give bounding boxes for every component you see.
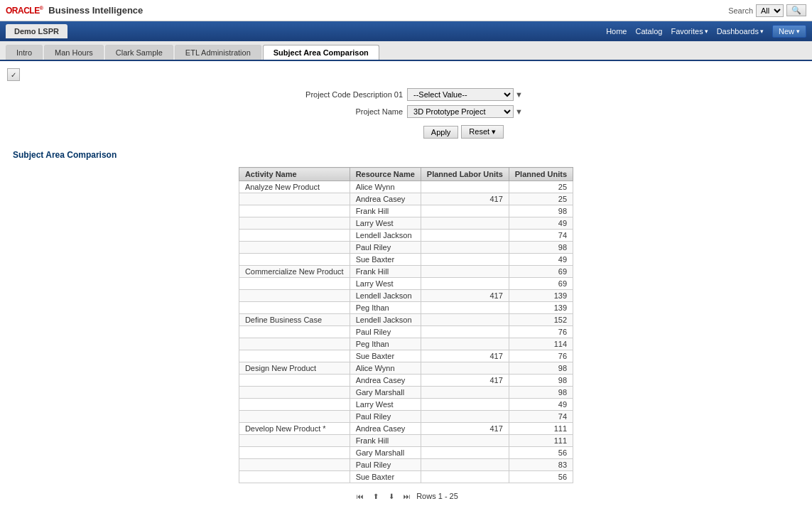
cell-activity <box>239 447 350 459</box>
nav-dashboards[interactable]: Dashboards <box>717 27 764 36</box>
cell-activity: Commercialize New Product <box>239 266 350 278</box>
tab-clark-sample[interactable]: Clark Sample <box>105 45 173 60</box>
cell-planned-units: 74 <box>509 411 573 423</box>
nav-favorites[interactable]: Favorites <box>671 27 708 36</box>
reset-button[interactable]: Reset ▾ <box>461 125 504 139</box>
cell-activity: Analyze New Product <box>239 181 350 193</box>
search-button[interactable]: 🔍 <box>786 4 806 16</box>
section-title: Subject Area Comparison <box>13 150 805 160</box>
cell-resource: Sue Baxter <box>350 350 421 362</box>
cell-resource: Larry West <box>350 278 421 290</box>
page-info: Rows 1 - 25 <box>416 492 458 500</box>
cell-planned-units: 139 <box>509 290 573 302</box>
cell-planned-labor <box>421 435 509 447</box>
cell-planned-labor: 417 <box>421 350 509 362</box>
table-container: Activity Name Resource Name Planned Labo… <box>7 167 805 483</box>
cell-planned-labor <box>421 326 509 338</box>
cell-planned-labor: 417 <box>421 290 509 302</box>
tab-bar: Intro Man Hours Clark Sample ETL Adminis… <box>0 41 812 61</box>
cell-resource: Paul Riley <box>350 326 421 338</box>
cell-planned-labor <box>421 302 509 314</box>
cell-resource: Sue Baxter <box>350 471 421 483</box>
cell-resource: Gary Marshall <box>350 447 421 459</box>
cell-planned-units: 25 <box>509 181 573 193</box>
page-last-btn[interactable]: ⏭ <box>401 490 413 502</box>
nav-catalog[interactable]: Catalog <box>635 27 662 36</box>
nav-home[interactable]: Home <box>606 27 627 36</box>
cell-planned-units: 98 <box>509 362 573 375</box>
cell-activity <box>239 326 350 338</box>
cell-resource: Frank Hill <box>350 435 421 447</box>
cell-planned-labor <box>421 338 509 350</box>
project-code-row: Project Code Description 01 --Select Val… <box>289 88 523 101</box>
cell-planned-units: 69 <box>509 278 573 290</box>
cell-planned-labor <box>421 411 509 423</box>
cell-planned-labor <box>421 314 509 326</box>
table-row: Develop New Product *Andrea Casey417111 <box>239 423 573 435</box>
cell-resource: Frank Hill <box>350 266 421 278</box>
cell-planned-units: 111 <box>509 423 573 435</box>
cell-planned-labor <box>421 387 509 399</box>
cell-resource: Lendell Jackson <box>350 290 421 302</box>
table-row: Frank Hill98 <box>239 205 573 217</box>
table-row: Paul Riley74 <box>239 411 573 423</box>
new-button[interactable]: New <box>772 25 806 38</box>
project-code-select[interactable]: --Select Value-- <box>407 88 514 101</box>
page-prev-btn[interactable]: ⬆ <box>369 490 382 502</box>
search-label: Search <box>728 6 753 15</box>
cell-planned-units: 76 <box>509 326 573 338</box>
project-code-label: Project Code Description 01 <box>289 90 403 99</box>
table-row: Larry West49 <box>239 399 573 411</box>
table-row: Sue Baxter41776 <box>239 350 573 362</box>
cell-resource: Andrea Casey <box>350 193 421 205</box>
cell-planned-labor <box>421 266 509 278</box>
collapse-button[interactable]: ✓ <box>7 68 20 81</box>
cell-resource: Paul Riley <box>350 242 421 254</box>
cell-resource: Lendell Jackson <box>350 230 421 242</box>
cell-resource: Alice Wynn <box>350 362 421 375</box>
table-row: Sue Baxter49 <box>239 254 573 266</box>
cell-planned-units: 69 <box>509 266 573 278</box>
cell-planned-labor <box>421 242 509 254</box>
cell-planned-units: 98 <box>509 375 573 387</box>
table-row: Commercialize New ProductFrank Hill69 <box>239 266 573 278</box>
page-first-btn[interactable]: ⏮ <box>354 490 367 502</box>
apply-button[interactable]: Apply <box>423 126 459 139</box>
page-next-btn[interactable]: ⬇ <box>385 490 398 502</box>
cell-planned-units: 98 <box>509 205 573 217</box>
table-row: Larry West69 <box>239 278 573 290</box>
table-header-row: Activity Name Resource Name Planned Labo… <box>239 168 573 181</box>
cell-planned-units: 25 <box>509 193 573 205</box>
cell-resource: Gary Marshall <box>350 387 421 399</box>
cell-resource: Frank Hill <box>350 205 421 217</box>
cell-planned-labor: 417 <box>421 375 509 387</box>
cell-planned-units: 98 <box>509 242 573 254</box>
tab-intro[interactable]: Intro <box>6 45 43 60</box>
cell-activity <box>239 350 350 362</box>
oracle-logo: ORACLE® <box>6 5 43 16</box>
table-row: Analyze New ProductAlice Wynn25 <box>239 181 573 193</box>
cell-planned-labor <box>421 230 509 242</box>
cell-planned-units: 74 <box>509 230 573 242</box>
table-row: Frank Hill111 <box>239 435 573 447</box>
table-row: Andrea Casey41798 <box>239 375 573 387</box>
cell-planned-units: 49 <box>509 399 573 411</box>
cell-planned-labor: 417 <box>421 423 509 435</box>
demo-label: Demo LSPR <box>6 24 67 38</box>
cell-resource: Alice Wynn <box>350 181 421 193</box>
tab-subject-area-comparison[interactable]: Subject Area Comparison <box>263 45 379 60</box>
cell-planned-units: 111 <box>509 435 573 447</box>
search-select[interactable]: All <box>756 4 784 17</box>
col-planned-labor: Planned Labor Units <box>421 168 509 181</box>
table-row: Paul Riley76 <box>239 326 573 338</box>
table-row: Andrea Casey41725 <box>239 193 573 205</box>
tab-etl-administration[interactable]: ETL Administration <box>175 45 261 60</box>
cell-planned-units: 56 <box>509 447 573 459</box>
cell-activity <box>239 290 350 302</box>
project-name-select[interactable]: 3D Prototype Project <box>407 105 514 118</box>
cell-resource: Larry West <box>350 217 421 230</box>
tab-man-hours[interactable]: Man Hours <box>44 45 104 60</box>
table-row: Gary Marshall98 <box>239 387 573 399</box>
project-name-label: Project Name <box>289 107 403 116</box>
cell-planned-units: 49 <box>509 217 573 230</box>
